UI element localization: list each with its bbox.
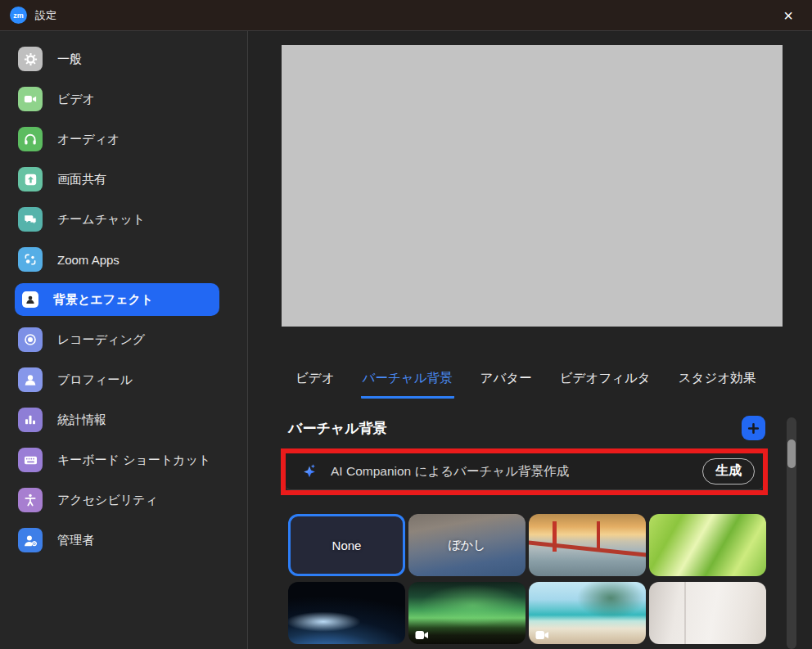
sidebar-item-screen-share[interactable]: 画面共有	[15, 163, 219, 196]
bg-tile-beach[interactable]	[529, 582, 646, 644]
sidebar-item-label: 背景とエフェクト	[53, 292, 153, 308]
sidebar-item-accessibility[interactable]: アクセシビリティ	[15, 484, 219, 516]
sidebar-item-label: キーボード ショートカット	[57, 453, 210, 468]
zoom-apps-icon	[18, 247, 43, 272]
sidebar-item-admin[interactable]: 管理者	[15, 524, 219, 557]
sidebar-item-general[interactable]: 一般	[15, 43, 219, 75]
tile-label: ぼかし	[448, 538, 485, 553]
sidebar-item-label: Zoom Apps	[57, 253, 120, 267]
sidebar-item-team-chat[interactable]: チームチャット	[15, 203, 219, 236]
bg-tile-blur[interactable]: ぼかし	[408, 514, 526, 576]
plus-icon	[747, 422, 760, 435]
sidebar-item-recording[interactable]: レコーディング	[15, 323, 219, 356]
sidebar-item-label: レコーディング	[57, 332, 145, 348]
profile-icon	[18, 367, 43, 392]
tile-label: None	[332, 539, 362, 552]
bg-tile-golden-gate-bridge[interactable]	[529, 514, 646, 576]
sidebar-item-label: チームチャット	[57, 212, 145, 228]
admin-icon	[18, 528, 43, 552]
sidebar-item-zoom-apps[interactable]: Zoom Apps	[15, 243, 219, 276]
team-chat-icon	[18, 207, 43, 232]
tab-video[interactable]: ビデオ	[294, 367, 336, 399]
background-grid: Noneぼかし	[288, 514, 766, 644]
bg-tile-grass[interactable]	[649, 514, 766, 576]
sidebar-item-label: 統計情報	[57, 412, 106, 428]
window-titlebar: zm 設定 ×	[0, 0, 812, 31]
bg-tile-earth-from-space[interactable]	[288, 582, 405, 644]
main-panel: ビデオバーチャル背景アバタービデオフィルタスタジオ効果 バーチャル背景 AI C…	[248, 31, 812, 649]
bg-tile-room[interactable]	[649, 582, 766, 644]
headphones-icon	[18, 127, 43, 151]
ai-sparkle-icon	[300, 462, 318, 480]
tab-avatar[interactable]: アバター	[479, 367, 534, 399]
video-camera-icon	[18, 87, 43, 111]
bg-tile-aurora[interactable]	[408, 582, 526, 644]
accessibility-icon	[18, 488, 43, 512]
section-heading-virtual-background: バーチャル背景	[288, 419, 387, 438]
sidebar-item-label: ビデオ	[57, 92, 95, 107]
sidebar-item-label: 画面共有	[57, 172, 106, 187]
video-camera-badge-icon	[535, 629, 549, 638]
scrollbar-thumb[interactable]	[787, 439, 796, 468]
gear-icon	[18, 47, 43, 71]
tab-virtual-background[interactable]: バーチャル背景	[361, 367, 454, 399]
annotation-red-box: AI Companion によるバーチャル背景作成 生成	[281, 448, 768, 495]
sidebar-item-audio[interactable]: オーディオ	[15, 123, 219, 155]
settings-sidebar: 一般ビデオオーディオ画面共有チームチャットZoom Apps背景とエフェクトレコ…	[0, 31, 248, 649]
sidebar-item-label: オーディオ	[57, 132, 120, 147]
close-icon[interactable]: ×	[774, 3, 802, 28]
video-camera-badge-icon	[415, 629, 429, 638]
sidebar-item-keyboard-shortcuts[interactable]: キーボード ショートカット	[15, 444, 219, 476]
screen-share-icon	[18, 167, 43, 192]
tab-video-filter[interactable]: ビデオフィルタ	[558, 367, 652, 399]
sidebar-item-label: プロフィール	[57, 372, 133, 388]
sidebar-item-label: アクセシビリティ	[57, 493, 158, 508]
generate-button[interactable]: 生成	[702, 458, 755, 484]
zoom-logo-icon: zm	[10, 7, 27, 24]
content-scrollbar[interactable]	[787, 417, 796, 649]
keyboard-icon	[18, 448, 43, 472]
video-preview	[282, 45, 783, 327]
ai-companion-label: AI Companion によるバーチャル背景作成	[331, 463, 569, 480]
sidebar-item-profile[interactable]: プロフィール	[15, 363, 219, 396]
background-effects-icon	[22, 291, 38, 308]
add-background-button[interactable]	[742, 416, 765, 440]
recording-icon	[18, 327, 43, 352]
window-title: 設定	[35, 8, 56, 23]
sidebar-item-label: 管理者	[57, 533, 94, 548]
sidebar-item-background-effects[interactable]: 背景とエフェクト	[15, 283, 219, 316]
bg-tile-none[interactable]: None	[288, 514, 405, 576]
sidebar-item-video[interactable]: ビデオ	[15, 83, 219, 115]
statistics-icon	[18, 408, 43, 432]
sidebar-item-label: 一般	[57, 52, 82, 67]
sidebar-item-statistics[interactable]: 統計情報	[15, 403, 219, 436]
tab-bar: ビデオバーチャル背景アバタービデオフィルタスタジオ効果	[294, 367, 757, 399]
ai-companion-row[interactable]: AI Companion によるバーチャル背景作成 生成	[286, 453, 763, 490]
tab-studio-effects[interactable]: スタジオ効果	[677, 367, 757, 399]
